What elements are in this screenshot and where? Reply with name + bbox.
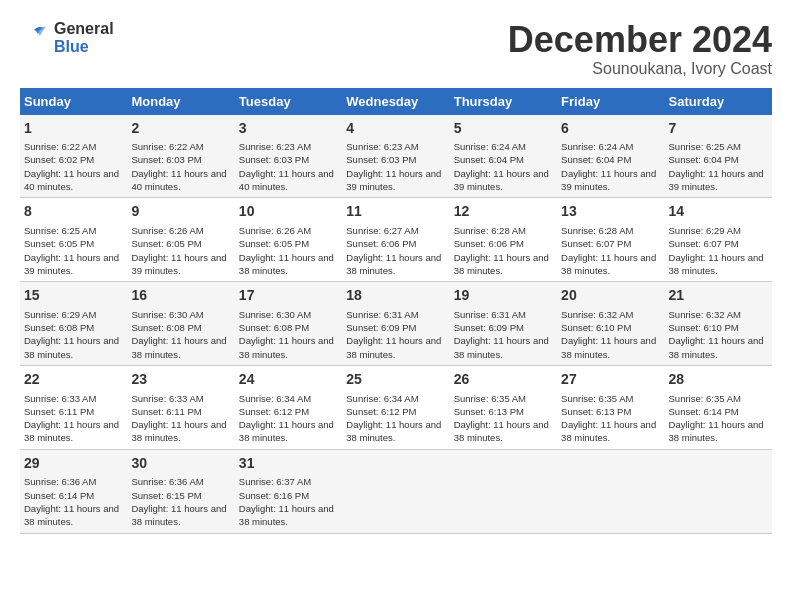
daylight-text: Daylight: 11 hours and 38 minutes.: [24, 419, 119, 443]
sunrise-text: Sunrise: 6:29 AM: [669, 225, 741, 236]
calendar-cell: 3 Sunrise: 6:23 AM Sunset: 6:03 PM Dayli…: [235, 115, 342, 198]
calendar-cell: [450, 449, 557, 533]
sunrise-text: Sunrise: 6:33 AM: [24, 393, 96, 404]
sunset-text: Sunset: 6:07 PM: [669, 238, 739, 249]
sunset-text: Sunset: 6:08 PM: [24, 322, 94, 333]
daylight-text: Daylight: 11 hours and 38 minutes.: [561, 335, 656, 359]
sunrise-text: Sunrise: 6:35 AM: [561, 393, 633, 404]
sunset-text: Sunset: 6:05 PM: [131, 238, 201, 249]
day-number: 8: [24, 202, 123, 222]
logo: General Blue: [20, 20, 114, 55]
sunrise-text: Sunrise: 6:28 AM: [454, 225, 526, 236]
day-number: 6: [561, 119, 660, 139]
calendar-cell: 22 Sunrise: 6:33 AM Sunset: 6:11 PM Dayl…: [20, 365, 127, 449]
calendar-table: SundayMondayTuesdayWednesdayThursdayFrid…: [20, 88, 772, 534]
day-of-week-header: Wednesday: [342, 88, 449, 115]
sunset-text: Sunset: 6:05 PM: [239, 238, 309, 249]
calendar-cell: 5 Sunrise: 6:24 AM Sunset: 6:04 PM Dayli…: [450, 115, 557, 198]
sunset-text: Sunset: 6:04 PM: [454, 154, 524, 165]
daylight-text: Daylight: 11 hours and 38 minutes.: [24, 335, 119, 359]
sunset-text: Sunset: 6:11 PM: [131, 406, 201, 417]
day-number: 28: [669, 370, 768, 390]
day-of-week-header: Sunday: [20, 88, 127, 115]
calendar-cell: 16 Sunrise: 6:30 AM Sunset: 6:08 PM Dayl…: [127, 282, 234, 366]
calendar-cell: 13 Sunrise: 6:28 AM Sunset: 6:07 PM Dayl…: [557, 198, 664, 282]
daylight-text: Daylight: 11 hours and 39 minutes.: [561, 168, 656, 192]
daylight-text: Daylight: 11 hours and 38 minutes.: [239, 419, 334, 443]
daylight-text: Daylight: 11 hours and 38 minutes.: [561, 419, 656, 443]
day-number: 25: [346, 370, 445, 390]
sunset-text: Sunset: 6:06 PM: [346, 238, 416, 249]
day-number: 30: [131, 454, 230, 474]
day-number: 22: [24, 370, 123, 390]
calendar-cell: 21 Sunrise: 6:32 AM Sunset: 6:10 PM Dayl…: [665, 282, 772, 366]
day-number: 11: [346, 202, 445, 222]
calendar-cell: 27 Sunrise: 6:35 AM Sunset: 6:13 PM Dayl…: [557, 365, 664, 449]
calendar-cell: 20 Sunrise: 6:32 AM Sunset: 6:10 PM Dayl…: [557, 282, 664, 366]
daylight-text: Daylight: 11 hours and 38 minutes.: [669, 335, 764, 359]
day-number: 24: [239, 370, 338, 390]
day-number: 21: [669, 286, 768, 306]
day-of-week-header: Monday: [127, 88, 234, 115]
sunset-text: Sunset: 6:14 PM: [669, 406, 739, 417]
sunset-text: Sunset: 6:02 PM: [24, 154, 94, 165]
logo-text: General Blue: [54, 20, 114, 55]
calendar-cell: 25 Sunrise: 6:34 AM Sunset: 6:12 PM Dayl…: [342, 365, 449, 449]
calendar-week-row: 15 Sunrise: 6:29 AM Sunset: 6:08 PM Dayl…: [20, 282, 772, 366]
sunrise-text: Sunrise: 6:22 AM: [131, 141, 203, 152]
calendar-cell: 17 Sunrise: 6:30 AM Sunset: 6:08 PM Dayl…: [235, 282, 342, 366]
sunrise-text: Sunrise: 6:34 AM: [346, 393, 418, 404]
calendar-cell: 8 Sunrise: 6:25 AM Sunset: 6:05 PM Dayli…: [20, 198, 127, 282]
day-number: 23: [131, 370, 230, 390]
day-number: 9: [131, 202, 230, 222]
day-number: 5: [454, 119, 553, 139]
day-number: 31: [239, 454, 338, 474]
sunrise-text: Sunrise: 6:33 AM: [131, 393, 203, 404]
day-number: 12: [454, 202, 553, 222]
day-number: 19: [454, 286, 553, 306]
sunset-text: Sunset: 6:13 PM: [561, 406, 631, 417]
daylight-text: Daylight: 11 hours and 39 minutes.: [669, 168, 764, 192]
daylight-text: Daylight: 11 hours and 38 minutes.: [24, 503, 119, 527]
sunset-text: Sunset: 6:10 PM: [561, 322, 631, 333]
day-of-week-header: Tuesday: [235, 88, 342, 115]
daylight-text: Daylight: 11 hours and 38 minutes.: [454, 419, 549, 443]
daylight-text: Daylight: 11 hours and 38 minutes.: [239, 252, 334, 276]
daylight-text: Daylight: 11 hours and 38 minutes.: [346, 252, 441, 276]
calendar-week-row: 8 Sunrise: 6:25 AM Sunset: 6:05 PM Dayli…: [20, 198, 772, 282]
sunrise-text: Sunrise: 6:29 AM: [24, 309, 96, 320]
daylight-text: Daylight: 11 hours and 39 minutes.: [24, 252, 119, 276]
sunset-text: Sunset: 6:03 PM: [131, 154, 201, 165]
calendar-cell: 1 Sunrise: 6:22 AM Sunset: 6:02 PM Dayli…: [20, 115, 127, 198]
day-number: 15: [24, 286, 123, 306]
sunrise-text: Sunrise: 6:27 AM: [346, 225, 418, 236]
calendar-cell: [665, 449, 772, 533]
daylight-text: Daylight: 11 hours and 38 minutes.: [346, 419, 441, 443]
day-of-week-header: Saturday: [665, 88, 772, 115]
daylight-text: Daylight: 11 hours and 38 minutes.: [239, 503, 334, 527]
calendar-cell: 11 Sunrise: 6:27 AM Sunset: 6:06 PM Dayl…: [342, 198, 449, 282]
sunset-text: Sunset: 6:08 PM: [239, 322, 309, 333]
sunset-text: Sunset: 6:12 PM: [346, 406, 416, 417]
daylight-text: Daylight: 11 hours and 38 minutes.: [669, 252, 764, 276]
sunrise-text: Sunrise: 6:31 AM: [346, 309, 418, 320]
day-number: 27: [561, 370, 660, 390]
sunrise-text: Sunrise: 6:24 AM: [454, 141, 526, 152]
day-number: 7: [669, 119, 768, 139]
day-of-week-header: Friday: [557, 88, 664, 115]
calendar-cell: 31 Sunrise: 6:37 AM Sunset: 6:16 PM Dayl…: [235, 449, 342, 533]
sunrise-text: Sunrise: 6:36 AM: [24, 476, 96, 487]
daylight-text: Daylight: 11 hours and 38 minutes.: [131, 335, 226, 359]
calendar-cell: [342, 449, 449, 533]
calendar-cell: 26 Sunrise: 6:35 AM Sunset: 6:13 PM Dayl…: [450, 365, 557, 449]
sunrise-text: Sunrise: 6:23 AM: [346, 141, 418, 152]
daylight-text: Daylight: 11 hours and 39 minutes.: [454, 168, 549, 192]
calendar-cell: 10 Sunrise: 6:26 AM Sunset: 6:05 PM Dayl…: [235, 198, 342, 282]
sunrise-text: Sunrise: 6:24 AM: [561, 141, 633, 152]
sunset-text: Sunset: 6:13 PM: [454, 406, 524, 417]
daylight-text: Daylight: 11 hours and 38 minutes.: [131, 419, 226, 443]
calendar-week-row: 22 Sunrise: 6:33 AM Sunset: 6:11 PM Dayl…: [20, 365, 772, 449]
sunrise-text: Sunrise: 6:25 AM: [669, 141, 741, 152]
daylight-text: Daylight: 11 hours and 40 minutes.: [239, 168, 334, 192]
daylight-text: Daylight: 11 hours and 39 minutes.: [346, 168, 441, 192]
